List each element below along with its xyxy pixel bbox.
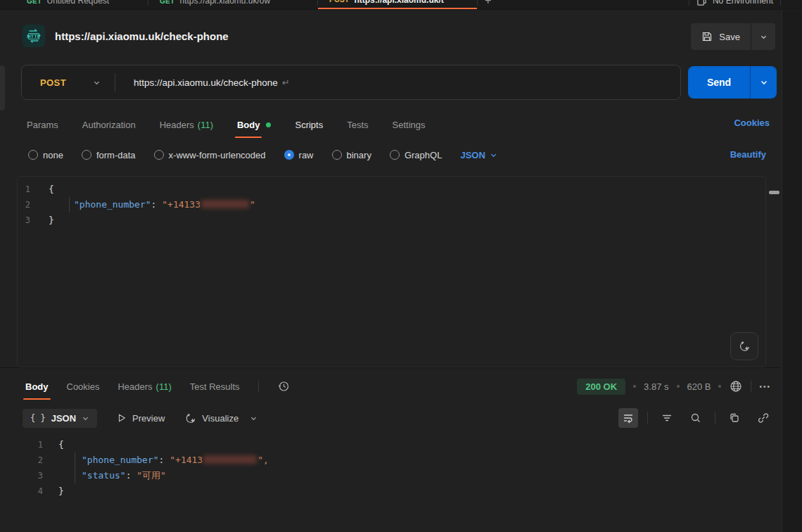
link-icon bbox=[758, 412, 769, 424]
request-body-editor[interactable]: 1 { 2 "phone_number": "+14133" 3 } bbox=[17, 176, 766, 367]
response-body-viewer[interactable]: 1 { 2 "phone_number": "+1413", 3 "status… bbox=[17, 435, 781, 532]
option-none[interactable]: none bbox=[28, 150, 63, 160]
raw-format-selector[interactable]: JSON bbox=[460, 150, 497, 160]
chevron-down-icon bbox=[93, 79, 101, 87]
response-time[interactable]: 3.87 s bbox=[644, 381, 668, 392]
tab-label: Headers bbox=[117, 381, 152, 392]
visualize-options-button[interactable] bbox=[250, 414, 257, 422]
preview-button[interactable]: Preview bbox=[117, 413, 165, 424]
request-title[interactable]: https://api.xiaomu.uk/check-phone bbox=[55, 30, 229, 42]
request-tab-2[interactable]: GET https://api.xiaomu.uk/ow bbox=[148, 0, 317, 10]
tool-label: Visualize bbox=[202, 413, 238, 424]
history-clock-icon bbox=[277, 380, 290, 393]
request-tab-1[interactable]: GET Untitled Request bbox=[15, 0, 148, 10]
globe-icon bbox=[729, 379, 743, 393]
response-tab-headers[interactable]: Headers(11) bbox=[117, 381, 171, 392]
request-tab-3-active[interactable]: POST https://api.xiaomu.uk/t bbox=[318, 0, 477, 10]
postman-app: GET Untitled Request GET https://api.xia… bbox=[0, 0, 802, 532]
radio-icon[interactable] bbox=[154, 150, 164, 160]
send-options-button[interactable] bbox=[751, 66, 777, 99]
option-label: binary bbox=[347, 150, 371, 160]
copy-button[interactable] bbox=[725, 408, 744, 428]
add-tab-button[interactable]: + bbox=[485, 0, 491, 6]
method-badge: GET bbox=[160, 0, 174, 5]
beautify-link[interactable]: Beautify bbox=[730, 149, 766, 160]
search-icon bbox=[690, 412, 701, 424]
url-input[interactable]: https://api.xiaomu.uk/check-phone↵ bbox=[134, 77, 290, 88]
tab-settings[interactable]: Settings bbox=[393, 120, 426, 130]
json-key: "status" bbox=[82, 470, 126, 481]
response-tab-test-results[interactable]: Test Results bbox=[190, 381, 240, 392]
option-x-www-form-urlencoded[interactable]: x-www-form-urlencoded bbox=[154, 150, 266, 160]
code-line: 1 { bbox=[17, 437, 781, 452]
cookies-link[interactable]: Cookies bbox=[734, 118, 770, 128]
response-format-selector[interactable]: { } JSON bbox=[23, 409, 97, 428]
tab-body-active[interactable]: Body bbox=[237, 120, 272, 130]
filter-button[interactable] bbox=[657, 408, 677, 428]
save-button[interactable]: Save bbox=[691, 23, 751, 50]
chevron-down-icon bbox=[760, 33, 768, 41]
redacted-blur bbox=[203, 455, 257, 464]
response-tab-body-active[interactable]: Body bbox=[25, 381, 49, 392]
save-options-button[interactable] bbox=[751, 23, 775, 50]
share-link-button[interactable] bbox=[753, 408, 773, 428]
sidebar-collapsed-handle[interactable] bbox=[0, 65, 5, 110]
line-number: 1 bbox=[17, 437, 58, 452]
separator-dot-icon bbox=[718, 385, 721, 388]
json-value: "可用" bbox=[136, 470, 166, 481]
tab-label: Tests bbox=[347, 120, 368, 130]
code-line: 2 "phone_number": "+14133" bbox=[18, 197, 765, 213]
option-graphql[interactable]: GraphQL bbox=[390, 150, 442, 160]
line-number: 2 bbox=[18, 197, 49, 213]
send-button[interactable]: Send bbox=[688, 66, 751, 99]
environment-selector[interactable]: No Environment bbox=[696, 0, 773, 6]
tab-label: Settings bbox=[393, 120, 426, 130]
wrap-text-icon bbox=[623, 412, 634, 424]
option-form-data[interactable]: form-data bbox=[82, 150, 136, 160]
more-options-button[interactable]: ••• bbox=[759, 383, 771, 391]
tab-label: Body bbox=[237, 120, 260, 130]
request-response-divider[interactable] bbox=[0, 367, 782, 368]
wrap-text-button[interactable] bbox=[618, 408, 638, 428]
format-label: JSON bbox=[51, 413, 76, 424]
save-split-button: Save bbox=[691, 23, 775, 50]
option-binary[interactable]: binary bbox=[332, 150, 371, 160]
search-button[interactable] bbox=[686, 408, 706, 428]
postbot-button[interactable] bbox=[730, 332, 758, 360]
tool-label: Preview bbox=[132, 413, 165, 424]
tab-title: https://api.xiaomu.uk/ow bbox=[179, 0, 270, 6]
status-badge[interactable]: 200 OK bbox=[577, 379, 625, 395]
tab-tests[interactable]: Tests bbox=[347, 120, 368, 130]
response-tab-cookies[interactable]: Cookies bbox=[67, 381, 100, 392]
tab-headers[interactable]: Headers(11) bbox=[160, 120, 213, 130]
redacted-blur bbox=[201, 200, 249, 208]
request-tabs: Params Authorization Headers(11) Body Sc… bbox=[27, 111, 426, 138]
sparkle-icon bbox=[738, 340, 751, 353]
radio-icon[interactable] bbox=[82, 150, 91, 160]
visualize-button[interactable]: Visualize bbox=[184, 412, 238, 424]
editor-scrollbar-thumb[interactable] bbox=[769, 191, 779, 194]
json-key: "phone_number" bbox=[74, 199, 151, 210]
json-value: "+14133 bbox=[162, 199, 200, 210]
radio-icon[interactable] bbox=[332, 150, 342, 160]
workspace-tab-bar: GET Untitled Request GET https://api.xia… bbox=[0, 0, 802, 10]
option-raw-selected[interactable]: raw bbox=[284, 150, 314, 160]
headers-count-badge: (11) bbox=[198, 120, 213, 130]
radio-icon[interactable] bbox=[28, 150, 38, 160]
network-info-button[interactable] bbox=[729, 379, 743, 393]
method-badge: POST bbox=[329, 0, 349, 4]
response-history-button[interactable] bbox=[277, 380, 290, 393]
divider bbox=[715, 412, 715, 424]
right-sidebar-collapsed bbox=[782, 11, 802, 532]
radio-selected-icon[interactable] bbox=[284, 150, 294, 160]
radio-icon[interactable] bbox=[390, 150, 400, 160]
code-token: { bbox=[58, 437, 64, 452]
json-value: " bbox=[250, 199, 255, 210]
tab-params[interactable]: Params bbox=[27, 120, 58, 130]
tab-scripts[interactable]: Scripts bbox=[295, 120, 323, 130]
method-selector[interactable]: POST bbox=[22, 77, 115, 88]
response-size[interactable]: 620 B bbox=[687, 381, 711, 392]
tab-authorization[interactable]: Authorization bbox=[82, 120, 136, 130]
code-line: 2 "phone_number": "+1413", bbox=[17, 452, 781, 468]
http-request-icon: HTTP bbox=[23, 25, 45, 47]
